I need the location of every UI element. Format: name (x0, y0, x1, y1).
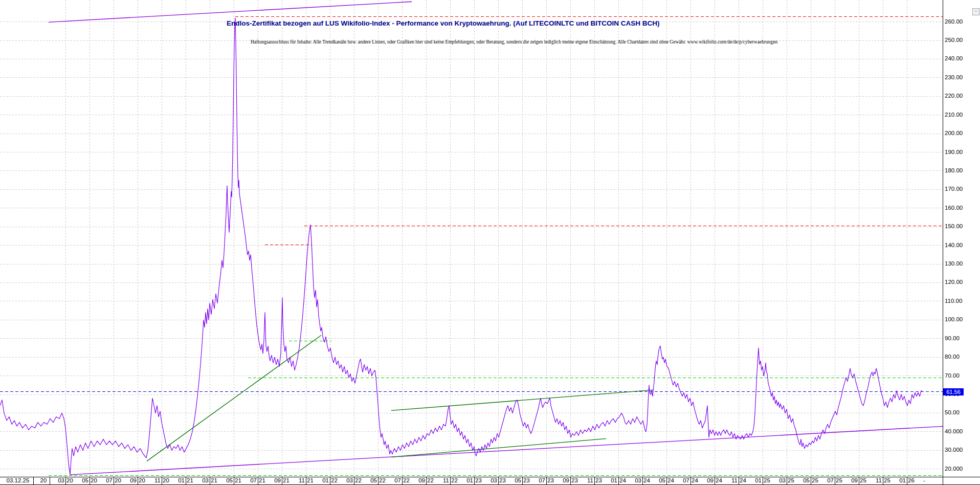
y-axis-label-210: 210.00 (945, 112, 976, 119)
x-axis-label-07:21-month: 07 (243, 477, 257, 484)
chart-disclaimer: Haftungsausschluss für Inhalte: Alle Tre… (251, 39, 777, 45)
x-axis-label-01:24-month: 01 (604, 477, 617, 484)
green-support-2022-24 (391, 438, 606, 457)
y-axis-label-250: 250.00 (945, 37, 976, 44)
y-axis-label-230: 230.00 (945, 74, 976, 81)
x-axis-label-11:23-month: 11 (580, 477, 593, 484)
x-axis-label-01:25-month: 01 (748, 477, 762, 484)
chart-title: Endlos-Zertifikat bezogen auf LUS Wikifo… (227, 19, 659, 27)
x-axis-label-05:24-month: 05 (652, 477, 665, 484)
x-axis-label-05:22-month: 05 (364, 477, 377, 484)
x-axis-label-11:24-month: 11 (724, 477, 738, 484)
x-axis-label-11:21-month: 11 (292, 477, 305, 484)
x-axis-label-07:25-month: 07 (820, 477, 834, 484)
x-axis-label-07:22-month: 07 (388, 477, 401, 484)
y-axis-label-170: 170.00 (945, 186, 976, 193)
chart-window: Endlos-Zertifikat bezogen auf LUS Wikifo… (0, 0, 980, 485)
price-chart-plot (0, 0, 980, 485)
y-axis-label-70: 70.00 (945, 372, 976, 380)
x-axis-label-trailing-dash: - (919, 477, 930, 484)
x-axis-label-05:23-month: 05 (508, 477, 521, 484)
y-axis-label-130: 130.00 (945, 260, 976, 268)
x-axis-label-07:20-month: 07 (99, 477, 113, 484)
y-axis-label-50: 50.00 (945, 409, 976, 416)
x-axis-label-01:26-month: 01 (893, 477, 906, 484)
x-axis-label-09:24-month: 09 (700, 477, 714, 484)
x-axis-label-start-date: 03.12.25 (4, 477, 32, 484)
x-axis-label-09:25-month: 09 (844, 477, 858, 484)
current-price-badge: 61.56 (943, 388, 964, 395)
y-axis-label-40: 40.000 (945, 428, 976, 435)
x-axis-label-07:23-month: 07 (532, 477, 545, 484)
x-axis-label-01:22-month: 01 (316, 477, 329, 484)
y-axis-label-190: 190.00 (945, 149, 976, 156)
x-axis-label-09:23-month: 09 (556, 477, 569, 484)
x-axis-label-03:22-month: 03 (340, 477, 353, 484)
price-line (0, 18, 922, 474)
y-axis-label-200: 200.00 (945, 130, 976, 137)
x-axis-label-05:20-month: 05 (75, 477, 88, 484)
x-axis-label-05:25-month: 05 (796, 477, 810, 484)
y-axis-label-260: 260.00 (945, 18, 976, 26)
x-axis-label-03:24-month: 03 (628, 477, 641, 484)
x-axis-label-05:21-month: 05 (219, 477, 233, 484)
x-axis-label-11:20-month: 11 (147, 477, 161, 484)
x-axis-label-07:24-month: 07 (676, 477, 689, 484)
y-axis-label-140: 140.00 (945, 242, 976, 249)
axis-collapse-button[interactable]: − (972, 8, 979, 15)
x-axis-label-year-20: 20 (37, 477, 50, 484)
x-axis-label-03:20-month: 03 (51, 477, 64, 484)
x-axis-label-01:21-month: 01 (171, 477, 185, 484)
y-axis-label-20: 20.000 (945, 466, 976, 473)
x-axis-label-03:25-month: 03 (772, 477, 786, 484)
x-axis-label-09:21-month: 09 (268, 477, 281, 484)
y-axis-label-160: 160.00 (945, 205, 976, 212)
x-axis-label-11:22-month: 11 (436, 477, 449, 484)
x-axis-label-09:20-month: 09 (123, 477, 137, 484)
x-axis-label-11:25-month: 11 (868, 477, 882, 484)
y-axis-label-180: 180.00 (945, 167, 976, 174)
y-axis-label-120: 120.00 (945, 279, 976, 286)
y-axis-label-240: 240.00 (945, 55, 976, 62)
x-axis-label-01:23-month: 01 (460, 477, 473, 484)
y-axis-label-220: 220.00 (945, 93, 976, 100)
x-axis-label-03:23-month: 03 (484, 477, 497, 484)
y-axis-label-90: 90.00 (945, 335, 976, 342)
x-axis-label-03:21-month: 03 (195, 477, 209, 484)
y-axis-label-80: 80.00 (945, 354, 976, 361)
y-axis-label-150: 150.00 (945, 223, 976, 230)
y-axis-label-110: 110.00 (945, 298, 976, 305)
x-axis-label-09:22-month: 09 (412, 477, 425, 484)
y-axis-label-100: 100.00 (945, 316, 976, 323)
y-axis-label-30: 30.000 (945, 447, 976, 454)
